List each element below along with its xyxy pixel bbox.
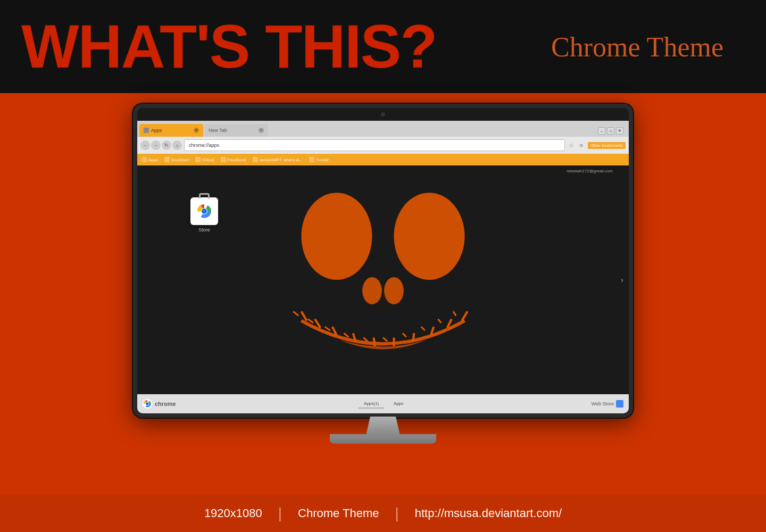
window-controls: – □ ✕ — [598, 127, 627, 137]
monitor-wrapper: Apps ✕ New Tab ✕ – □ ✕ — [133, 104, 633, 444]
close-button[interactable]: ✕ — [616, 127, 623, 135]
svg-line-9 — [324, 327, 330, 330]
bookmark-facebook-icon — [221, 157, 226, 162]
star-icon[interactable]: ☆ — [567, 141, 576, 149]
svg-line-19 — [421, 327, 425, 330]
chrome-bottom-icon — [143, 399, 152, 409]
stand-neck — [362, 417, 404, 435]
svg-line-22 — [462, 311, 467, 320]
bottom-tab-apps1-label: Apps(1) — [364, 401, 379, 406]
svg-line-7 — [308, 319, 313, 323]
address-input[interactable]: chrome://apps — [184, 139, 565, 151]
chrome-bottom-logo: chrome — [143, 399, 176, 409]
footer-text: 1920x1080 | Chrome Theme | http://msusa.… — [204, 505, 562, 522]
tab-newtab-label: New Tab — [209, 128, 227, 133]
tab-apps[interactable]: Apps ✕ — [139, 124, 203, 137]
bookmark-icloud[interactable]: iCloud — [195, 157, 214, 162]
bookmark-icloud-label: iCloud — [202, 157, 214, 162]
browser-actions: ☆ ≡ — [567, 141, 586, 149]
bookmark-tumblr[interactable]: Tumblr — [309, 157, 329, 162]
svg-point-26 — [202, 209, 207, 214]
web-store-icon — [616, 400, 623, 408]
footer-divider-2: | — [395, 505, 398, 522]
monitor-stand — [133, 417, 633, 444]
svg-point-2 — [362, 277, 382, 304]
back-button[interactable]: ← — [140, 140, 150, 150]
top-banner: WHAT'S THIS? Chrome Theme — [0, 0, 766, 93]
bookmark-apps[interactable]: Apps — [141, 157, 158, 162]
svg-point-1 — [394, 193, 464, 280]
browser-chrome: Apps ✕ New Tab ✕ – □ ✕ — [137, 121, 629, 165]
svg-line-13 — [363, 338, 368, 342]
stand-base — [330, 434, 436, 444]
nav-buttons: ← → ↻ ⌂ — [140, 140, 182, 150]
maximize-button[interactable]: □ — [607, 127, 614, 135]
bookmark-apps-icon — [141, 157, 147, 162]
bottom-tabs: Apps(1) Apps — [181, 400, 586, 409]
footer: 1920x1080 | Chrome Theme | http://msusa.… — [0, 495, 766, 532]
web-store[interactable]: Web Store — [592, 400, 623, 408]
bookmark-deviantart-label: deviantART: where A... — [260, 157, 303, 162]
browser-content: rebekah172@gmail.com — [137, 165, 629, 394]
svg-line-12 — [374, 338, 375, 346]
menu-icon[interactable]: ≡ — [577, 141, 586, 149]
footer-resolution: 1920x1080 — [204, 506, 262, 520]
footer-url: http://msusa.deviantart.com/ — [415, 506, 562, 520]
next-arrow-button[interactable]: › — [621, 276, 623, 284]
bookmark-deviantart[interactable]: deviantART: where A... — [253, 157, 303, 162]
bookmarks-bar: Apps EcotStart iCloud Facebook — [137, 154, 629, 165]
tab-bar: Apps ✕ New Tab ✕ – □ ✕ — [137, 121, 629, 137]
camera-dot — [381, 112, 385, 117]
bookmark-ecotstart-label: EcotStart — [171, 157, 189, 162]
other-bookmarks[interactable]: Other bookmarks — [588, 142, 626, 149]
store-label: Store — [198, 227, 210, 232]
tab-apps-label: Apps — [151, 128, 162, 133]
minimize-button[interactable]: – — [598, 127, 605, 135]
store-icon-wrapper[interactable]: Store — [190, 197, 218, 232]
chrome-label: chrome — [155, 401, 176, 407]
bookmark-icloud-icon — [195, 157, 201, 162]
svg-line-17 — [403, 333, 406, 337]
browser: Apps ✕ New Tab ✕ – □ ✕ — [137, 121, 629, 413]
bottom-tab-apps[interactable]: Apps — [388, 400, 409, 409]
svg-point-29 — [146, 402, 149, 405]
svg-line-23 — [453, 311, 456, 315]
bookmark-facebook-label: Facebook — [228, 157, 246, 162]
tab-newtab[interactable]: New Tab ✕ — [204, 124, 268, 137]
bookmark-tumblr-icon — [309, 157, 314, 162]
main-area: Apps ✕ New Tab ✕ – □ ✕ — [0, 93, 766, 495]
home-button[interactable]: ⌂ — [172, 140, 182, 150]
main-title: WHAT'S THIS? — [21, 16, 437, 77]
svg-line-15 — [383, 338, 387, 342]
store-icon-box — [190, 197, 218, 225]
tab-newtab-close[interactable]: ✕ — [259, 128, 264, 133]
bookmark-facebook[interactable]: Facebook — [221, 157, 246, 162]
footer-divider-1: | — [278, 505, 282, 522]
address-bar-row: ← → ↻ ⌂ chrome://apps ☆ ≡ Other bookmar — [137, 137, 629, 154]
svg-point-3 — [384, 277, 404, 304]
bookmark-ecotstart-icon — [164, 157, 170, 162]
bottom-tab-apps-label: Apps — [394, 401, 403, 406]
bottom-tab-apps1[interactable]: Apps(1) — [359, 400, 384, 409]
store-handle — [199, 193, 210, 198]
reload-button[interactable]: ↻ — [162, 140, 171, 150]
svg-point-0 — [301, 193, 372, 280]
bookmark-apps-label: Apps — [148, 157, 158, 162]
svg-line-5 — [293, 311, 298, 315]
bookmark-deviantart-icon — [253, 157, 258, 162]
tab-apps-favicon — [144, 128, 149, 133]
footer-label: Chrome Theme — [298, 506, 379, 520]
monitor-top — [137, 108, 629, 121]
bookmark-tumblr-label: Tumblr — [316, 157, 329, 162]
forward-button[interactable]: → — [151, 140, 161, 150]
svg-line-21 — [438, 319, 441, 323]
web-store-label: Web Store — [592, 401, 614, 406]
tab-apps-close[interactable]: ✕ — [194, 128, 199, 133]
svg-line-11 — [344, 333, 348, 337]
address-text: chrome://apps — [189, 143, 219, 148]
browser-bottom-bar: chrome Apps(1) Apps Web Store — [137, 394, 629, 413]
chrome-logo-icon — [195, 202, 213, 220]
subtitle: Chrome Theme — [551, 31, 723, 62]
bookmark-ecotstart[interactable]: EcotStart — [164, 157, 189, 162]
svg-line-16 — [413, 333, 414, 342]
